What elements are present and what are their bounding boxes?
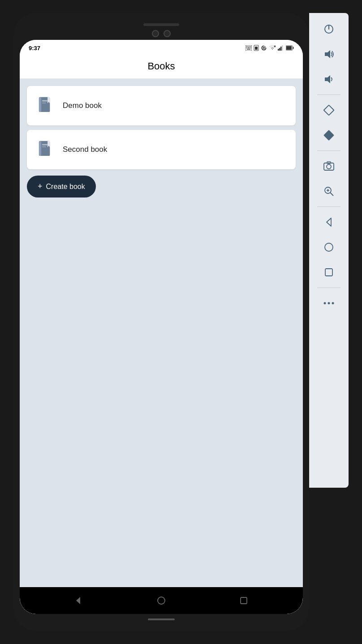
book-title-second: Second book xyxy=(63,145,107,154)
back-nav-button[interactable] xyxy=(70,592,87,609)
svg-rect-1 xyxy=(246,46,247,47)
refresh-icon xyxy=(261,45,267,51)
home-side-icon xyxy=(323,241,335,253)
svg-rect-34 xyxy=(241,597,247,604)
rotate-ccw-icon xyxy=(323,104,335,116)
svg-line-47 xyxy=(330,193,333,196)
svg-rect-16 xyxy=(279,48,280,51)
svg-rect-29 xyxy=(42,144,47,146)
phone-top-bar xyxy=(20,21,303,28)
svg-rect-7 xyxy=(250,47,251,48)
volume-up-icon xyxy=(323,48,335,60)
home-side-button[interactable] xyxy=(315,236,343,259)
svg-rect-28 xyxy=(39,141,41,156)
svg-point-33 xyxy=(158,597,165,604)
svg-point-11 xyxy=(263,47,265,49)
recent-side-icon xyxy=(323,266,335,278)
rotate-ccw-button[interactable] xyxy=(315,99,343,122)
svg-point-52 xyxy=(328,302,330,305)
svg-rect-18 xyxy=(282,45,283,51)
back-side-icon xyxy=(323,216,335,228)
more-icon xyxy=(323,297,335,309)
svg-marker-38 xyxy=(325,75,330,83)
book-icon-2 xyxy=(35,140,54,159)
svg-rect-8 xyxy=(247,49,250,50)
nav-bar xyxy=(20,587,303,614)
create-book-button[interactable]: + Create book xyxy=(27,176,96,197)
scene: 9:37 xyxy=(13,13,349,631)
page-title: Books xyxy=(147,60,175,72)
side-divider-3 xyxy=(317,206,341,207)
book-icon xyxy=(35,96,54,115)
rotate-cw-icon xyxy=(323,129,335,141)
side-divider-1 xyxy=(317,94,341,95)
svg-marker-37 xyxy=(325,50,330,58)
phone-camera-row xyxy=(20,30,303,37)
svg-rect-39 xyxy=(324,105,334,116)
svg-rect-43 xyxy=(327,162,331,163)
side-divider-2 xyxy=(317,150,341,151)
svg-point-51 xyxy=(324,302,326,305)
home-nav-icon xyxy=(156,596,166,605)
svg-rect-24 xyxy=(42,100,47,102)
svg-marker-48 xyxy=(327,218,331,226)
book-icon-wrapper xyxy=(34,95,56,116)
power-button[interactable] xyxy=(315,17,343,41)
book-card-demo[interactable]: Demo book xyxy=(27,86,296,125)
battery-icon xyxy=(286,45,294,51)
svg-rect-2 xyxy=(248,46,249,47)
camera-front-right xyxy=(164,30,171,37)
svg-rect-50 xyxy=(325,269,332,276)
svg-point-53 xyxy=(332,302,334,305)
svg-rect-40 xyxy=(324,130,334,141)
svg-point-49 xyxy=(325,243,333,251)
zoom-in-button[interactable] xyxy=(315,180,343,203)
app-bar: Books xyxy=(20,54,303,79)
side-divider-4 xyxy=(317,288,341,288)
svg-rect-10 xyxy=(255,47,258,50)
back-nav-icon xyxy=(74,596,84,605)
svg-point-42 xyxy=(327,164,331,169)
svg-rect-20 xyxy=(293,47,294,49)
phone-bottom-bar xyxy=(20,616,303,623)
svg-rect-25 xyxy=(42,103,46,103)
recent-side-button[interactable] xyxy=(315,261,343,284)
svg-rect-23 xyxy=(39,97,41,112)
signal-icon xyxy=(278,45,284,51)
book-card-second[interactable]: Second book xyxy=(27,130,296,169)
wifi-icon xyxy=(269,45,276,51)
side-panel xyxy=(309,13,349,488)
status-time: 9:37 xyxy=(29,45,40,52)
home-nav-button[interactable] xyxy=(153,592,170,609)
camera-front-left xyxy=(152,30,159,37)
svg-rect-30 xyxy=(42,146,46,147)
phone-shell: 9:37 xyxy=(13,13,309,631)
camera-icon xyxy=(323,160,335,172)
volume-down-button[interactable] xyxy=(315,68,343,91)
zoom-in-icon xyxy=(323,185,335,197)
rotate-cw-button[interactable] xyxy=(315,124,343,147)
power-icon xyxy=(323,23,335,35)
phone-home-indicator xyxy=(148,618,175,620)
back-side-button[interactable] xyxy=(315,210,343,234)
svg-marker-32 xyxy=(76,597,80,604)
svg-rect-5 xyxy=(246,47,247,48)
recent-nav-button[interactable] xyxy=(235,592,252,609)
sim-icon xyxy=(254,45,259,51)
screenshot-button[interactable] xyxy=(315,155,343,178)
more-button[interactable] xyxy=(315,292,343,315)
plus-icon: + xyxy=(38,182,43,191)
book-icon-wrapper-2 xyxy=(34,139,56,160)
volume-up-button[interactable] xyxy=(315,43,343,66)
svg-rect-3 xyxy=(249,46,250,47)
book-title-demo: Demo book xyxy=(63,101,102,110)
keyboard-icon xyxy=(246,45,252,51)
recent-nav-icon xyxy=(239,596,249,605)
phone-screen: 9:37 xyxy=(20,40,303,614)
create-book-label: Create book xyxy=(46,183,85,191)
volume-down-icon xyxy=(323,73,335,85)
svg-rect-21 xyxy=(286,46,292,50)
content-area: Demo book Second book xyxy=(20,79,303,587)
status-icons xyxy=(246,45,294,51)
svg-rect-17 xyxy=(280,47,282,51)
